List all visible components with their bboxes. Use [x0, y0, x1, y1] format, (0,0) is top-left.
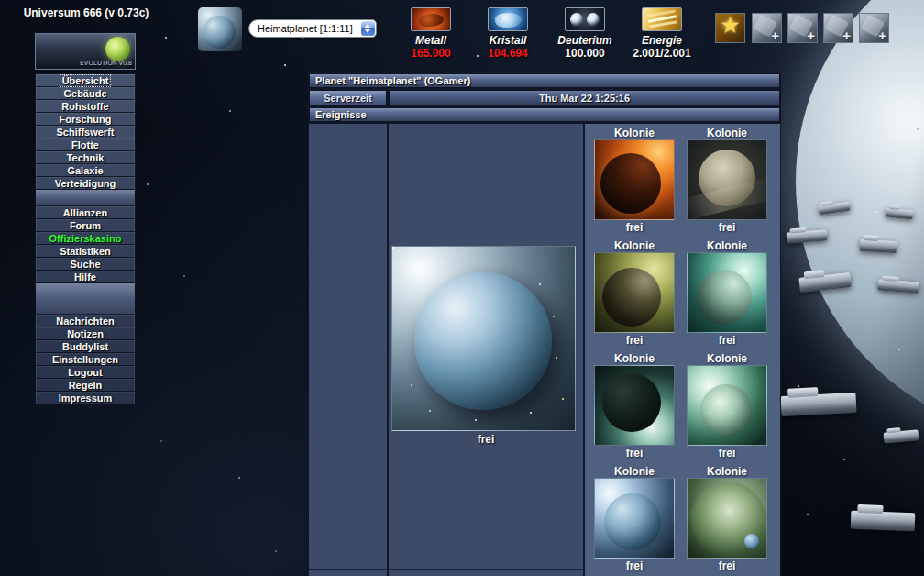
- home-planet-image[interactable]: [391, 246, 576, 431]
- sidebar-item-allianzen[interactable]: Allianzen: [36, 206, 135, 219]
- colony-planet-image[interactable]: [594, 365, 675, 446]
- table-divider: [309, 569, 583, 570]
- sidebar-item-forum[interactable]: Forum: [36, 219, 135, 232]
- metal-ore-icon: [411, 7, 451, 31]
- sidebar-item-statistiken[interactable]: Statistiken: [36, 245, 135, 258]
- deuterium-icon: [565, 7, 605, 31]
- logo-caption: EVOLUTION V0.8: [80, 60, 132, 66]
- resource-label: Kristall: [469, 34, 546, 47]
- colony-planet-image[interactable]: [594, 139, 675, 220]
- colony-slot: Kolonie frei: [594, 466, 675, 478]
- resource-value: 2.001/2.001: [623, 47, 700, 60]
- sidebar-separator: [36, 283, 135, 315]
- colony-slot: Kolonie frei: [594, 127, 675, 139]
- officer-slot-2[interactable]: +: [752, 13, 782, 43]
- energy-icon: [642, 7, 682, 31]
- sidebar-item-verteidigung[interactable]: Verteidigung: [36, 177, 135, 190]
- sidebar-item-suche[interactable]: Suche: [36, 258, 135, 271]
- sidebar-item-nachrichten[interactable]: Nachrichten: [36, 315, 135, 327]
- sidebar-item-galaxie[interactable]: Galaxie: [36, 164, 135, 177]
- events-left-column: [309, 124, 387, 576]
- colony-label[interactable]: Kolonie: [594, 127, 675, 139]
- resource-deuterium: Deuterium 100.000: [546, 7, 623, 60]
- officer-plus-icon: +: [771, 28, 779, 43]
- planet-select[interactable]: Heimatplanet [1:1:11]: [248, 19, 377, 38]
- planet-select-value: Heimatplanet [1:1:11]: [258, 20, 353, 37]
- server-time-label: Serverzeit: [309, 90, 387, 105]
- colony-label[interactable]: Kolonie: [687, 127, 767, 139]
- sidebar-item-regeln[interactable]: Regeln: [36, 379, 135, 392]
- resource-value: 165.000: [392, 47, 469, 60]
- crystal-icon: [488, 7, 528, 31]
- colony-status[interactable]: frei: [594, 560, 675, 572]
- colony-label[interactable]: Kolonie: [687, 466, 767, 478]
- resource-label: Metall: [392, 34, 469, 47]
- colony-label[interactable]: Kolonie: [687, 353, 767, 365]
- events-header: Ereignisse: [309, 107, 780, 122]
- sidebar-item-logout[interactable]: Logout: [36, 366, 135, 379]
- colony-slot: Kolonie frei: [687, 466, 767, 478]
- planet-header: Planet "Heimatplanet" (OGamer): [309, 73, 780, 88]
- colony-label[interactable]: Kolonie: [594, 353, 675, 365]
- sidebar-item-flotte[interactable]: Flotte: [36, 138, 135, 151]
- home-planet-status: frei: [389, 433, 583, 446]
- spaceship: [851, 511, 916, 531]
- current-planet-thumbnail[interactable]: [198, 7, 242, 51]
- sidebar-item-forschung[interactable]: Forschung: [36, 113, 135, 126]
- sidebar-item-buddylist[interactable]: Buddylist: [36, 340, 135, 353]
- officer-plus-icon: +: [842, 28, 851, 43]
- sidebar-item-technik[interactable]: Technik: [36, 151, 135, 164]
- game-logo: EVOLUTION V0.8: [35, 33, 136, 70]
- gold-star-icon: ★: [716, 13, 744, 39]
- game-screen: Universum 666 (v 0.73c) EVOLUTION V0.8 Ü…: [0, 0, 924, 576]
- starfield: [0, 0, 2, 2]
- colony-status[interactable]: frei: [687, 335, 767, 347]
- sidebar-item-notizen[interactable]: Notizen: [36, 327, 135, 340]
- colony-planet-image[interactable]: [594, 252, 675, 333]
- resource-value: 104.694: [469, 47, 546, 60]
- sidebar-item-schiffswerft[interactable]: Schiffswerft: [36, 126, 135, 138]
- colony-status[interactable]: frei: [594, 335, 675, 347]
- sidebar-menu: Übersicht Gebäude Rohstoffe Forschung Sc…: [35, 73, 136, 405]
- colony-planet-image[interactable]: [594, 478, 675, 559]
- resource-kristall: Kristall 104.694: [469, 7, 546, 60]
- sidebar-item-rohstoffe[interactable]: Rohstoffe: [36, 100, 135, 113]
- sidebar-item-offizierskasino[interactable]: Offizierskasino: [36, 232, 135, 245]
- officer-slot-4[interactable]: +: [823, 13, 853, 43]
- officer-plus-icon: +: [878, 28, 886, 43]
- resource-label: Deuterium: [546, 34, 623, 47]
- universe-title: Universum 666 (v 0.73c): [18, 6, 154, 19]
- colony-status[interactable]: frei: [687, 560, 767, 572]
- sidebar-item-einstellungen[interactable]: Einstellungen: [36, 353, 135, 366]
- sidebar-item-impressum[interactable]: Impressum: [36, 392, 135, 404]
- colony-status[interactable]: frei: [594, 222, 675, 234]
- colony-label[interactable]: Kolonie: [594, 240, 675, 252]
- server-time-value: Thu Mar 22 1:25:16: [389, 90, 780, 105]
- colony-status[interactable]: frei: [687, 448, 767, 460]
- colony-planet-image[interactable]: [687, 252, 767, 333]
- spaceship: [860, 239, 897, 253]
- colony-slot: Kolonie frei: [594, 353, 675, 365]
- colony-status[interactable]: frei: [687, 222, 767, 234]
- colony-planet-image[interactable]: [687, 139, 767, 220]
- sidebar-separator: [36, 190, 135, 206]
- colony-slot: Kolonie frei: [687, 353, 767, 365]
- officer-slot-5[interactable]: +: [859, 13, 889, 43]
- colony-slot: Kolonie frei: [687, 240, 767, 252]
- colony-label[interactable]: Kolonie: [687, 240, 767, 252]
- colony-slot: Kolonie frei: [687, 127, 767, 139]
- colony-slot: Kolonie frei: [594, 240, 675, 252]
- resource-energie: Energie 2.001/2.001: [623, 7, 700, 60]
- colony-label[interactable]: Kolonie: [594, 466, 675, 478]
- select-stepper-icon[interactable]: [361, 21, 375, 36]
- sidebar-item-hilfe[interactable]: Hilfe: [36, 271, 135, 283]
- sidebar-item-uebersicht[interactable]: Übersicht: [36, 74, 135, 87]
- resource-label: Energie: [623, 34, 700, 47]
- colony-planet-image[interactable]: [687, 365, 767, 446]
- sidebar-item-gebaeude[interactable]: Gebäude: [36, 87, 135, 100]
- colony-planet-image[interactable]: [687, 478, 767, 559]
- spaceship: [780, 393, 856, 416]
- officer-slot-1[interactable]: ★: [715, 13, 745, 43]
- colony-status[interactable]: frei: [594, 448, 675, 460]
- officer-slot-3[interactable]: +: [787, 13, 818, 43]
